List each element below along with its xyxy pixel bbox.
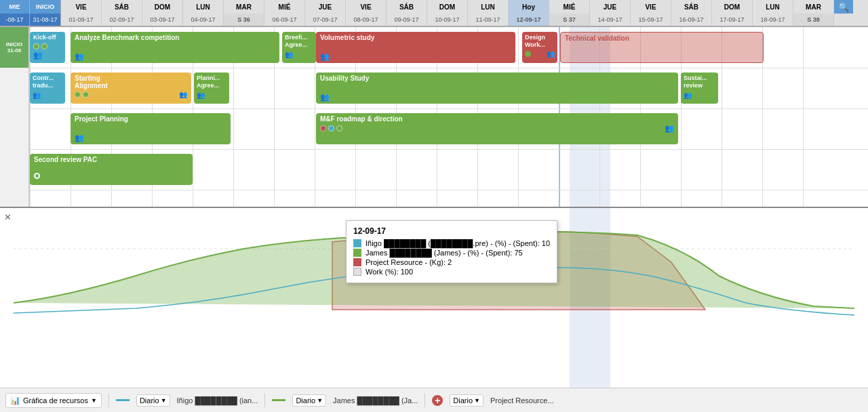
task-volumetric-label: Volumetric study xyxy=(320,34,511,41)
resource-graph-button[interactable]: 📊 Gráfica de recursos ▼ xyxy=(5,393,102,408)
tooltip-box: 12-09-17 Iñigo ████████ (████████.pre) -… xyxy=(346,220,557,283)
col-header-inicio-date: INICIO xyxy=(30,0,61,14)
tooltip-green-text: James ████████ (James) - (%) - (Spent): … xyxy=(366,249,523,257)
week-s38: S 38 xyxy=(793,14,834,26)
user2-label: James ████████ (Ja... xyxy=(333,396,418,405)
add-resource-button[interactable]: + xyxy=(432,395,443,406)
left-label-row4 xyxy=(0,190,30,207)
task-briefing-icon: 👥 xyxy=(285,50,313,58)
task-briefing[interactable]: Breefi...Agree... 👥 xyxy=(282,32,316,63)
separator1 xyxy=(108,394,109,407)
col-hoy: Hoy xyxy=(509,0,549,14)
left-label-inicio: INICIO31-08 xyxy=(0,27,30,68)
task-briefing-label: Breefi...Agree... xyxy=(285,34,313,49)
date-mie0: 06-09-17 xyxy=(264,14,305,26)
date-jue0: 07-09-17 xyxy=(305,14,346,26)
task-sustain-label: Sustai...review xyxy=(684,75,715,89)
task-planning-agree[interactable]: Planni...Agree... 👥 xyxy=(194,73,229,104)
date-lun1: 11-09-17 xyxy=(468,14,509,26)
task-volumetric-icon: 👥 xyxy=(320,41,511,61)
task-project-planning-icon: 👥 xyxy=(75,123,226,142)
diario2-dropdown-icon: ▼ xyxy=(317,397,323,404)
resource-section: ✕ 12-09-17 Iñigo ███ xyxy=(0,207,868,388)
task-analyze[interactable]: Analyze Benchmark competition 👥 xyxy=(71,32,279,63)
task-contr-icon: 👥 xyxy=(33,91,62,99)
task-design-label: DesignWork... xyxy=(525,34,555,49)
task-usability[interactable]: Usability Study 👥 xyxy=(316,73,678,104)
diario2-button[interactable]: Diario ▼ xyxy=(292,394,326,407)
diario1-dropdown-icon: ▼ xyxy=(161,397,167,404)
diario3-dropdown-icon: ▼ xyxy=(474,397,480,404)
col-sab2: SÁB xyxy=(671,0,712,14)
task-mf-roadmap[interactable]: M&F roadmap & direction 👥 xyxy=(316,113,678,144)
task-second-review-label: Second review PAC xyxy=(34,156,189,163)
diario3-button[interactable]: Diario ▼ xyxy=(450,394,484,407)
week-s36: S 36 xyxy=(224,14,264,26)
col-jue1: JUE xyxy=(590,0,631,14)
tooltip-cyan-text: Iñigo ████████ (████████.pre) - (%) - (S… xyxy=(366,239,550,247)
separator2 xyxy=(264,394,265,407)
user1-label: Iñigo ████████ (ian... xyxy=(177,396,258,405)
resource-graph-label: Gráfica de recursos xyxy=(23,396,88,405)
date-jue1: 14-09-17 xyxy=(590,14,631,26)
task-mf-roadmap-bottom: 👥 xyxy=(320,124,674,133)
tooltip-row-red: Project Resource - (Kg): 2 xyxy=(353,258,550,266)
col-sab1: SÁB xyxy=(387,0,427,14)
col-lun1: LUN xyxy=(468,0,509,14)
date-lun0: 04-09-17 xyxy=(183,14,224,26)
diario2-label: Diario xyxy=(296,396,315,405)
task-planning-agree-icon: 👥 xyxy=(197,91,226,99)
task-second-review[interactable]: Second review PAC xyxy=(30,154,193,185)
diario1-button[interactable]: Diario ▼ xyxy=(136,394,170,407)
tooltip-row-work: Work (%): 100 xyxy=(353,268,550,276)
task-project-planning-label: Project Planning xyxy=(75,115,226,123)
task-usability-icon: 👥 xyxy=(320,82,674,102)
col-vie1: VIE xyxy=(346,0,387,14)
date-dom2: 17-09-17 xyxy=(712,14,753,26)
col-dom0: DOM xyxy=(142,0,183,14)
task-kickoff-dots xyxy=(33,43,62,49)
diario3-label: Diario xyxy=(453,396,473,405)
task-tech[interactable]: Technical validation xyxy=(560,32,764,63)
cyan-line-indicator xyxy=(116,399,130,401)
date-inicio: 31-08-17 xyxy=(30,14,61,26)
task-design-bottom: 👥 xyxy=(525,50,555,58)
task-mf-roadmap-label: M&F roadmap & direction xyxy=(320,115,674,123)
date-lun2: 18-09-17 xyxy=(753,14,793,26)
col-jue0: JUE xyxy=(305,0,346,14)
task-sustain[interactable]: Sustai...review 👥 xyxy=(681,73,718,104)
col-mie0: MIÉ xyxy=(264,0,305,14)
left-label-row3 xyxy=(0,149,30,190)
col-mar0: MAR xyxy=(224,0,264,14)
date-vie0: 01-09-17 xyxy=(61,14,102,26)
diario1-label: Diario xyxy=(140,396,159,405)
week-s37: S 37 xyxy=(549,14,590,26)
date-sab1: 09-09-17 xyxy=(387,14,427,26)
tooltip-date: 12-09-17 xyxy=(353,226,550,236)
col-vie0: VIE xyxy=(61,0,102,14)
task-starting-bottom: 👥 xyxy=(75,91,187,98)
task-analyze-label: Analyze Benchmark competition xyxy=(75,34,275,41)
task-analyze-icon: 👥 xyxy=(75,41,275,61)
date-hoy: 12-09-17 xyxy=(509,14,549,26)
green-line-indicator xyxy=(272,399,285,401)
date-dom1: 10-09-17 xyxy=(427,14,468,26)
left-label-row2 xyxy=(0,108,30,149)
resource-close-button[interactable]: ✕ xyxy=(4,212,12,222)
resource-graph-dropdown-icon: ▼ xyxy=(91,397,97,404)
task-project-planning[interactable]: Project Planning 👥 xyxy=(71,113,231,144)
task-starting[interactable]: StartingAlignment 👥 xyxy=(71,73,191,104)
task-kickoff-icon: 👥 xyxy=(33,51,62,60)
search-button[interactable]: 🔍 xyxy=(834,0,853,14)
task-usability-label: Usability Study xyxy=(320,75,674,82)
task-planning-agree-label: Planni...Agree... xyxy=(197,75,226,89)
col-lun2: LUN xyxy=(753,0,793,14)
task-tech-label: Technical validation xyxy=(565,35,759,42)
col-lun0: LUN xyxy=(183,0,224,14)
task-volumetric[interactable]: Volumetric study 👥 xyxy=(316,32,515,63)
col-dom2: DOM xyxy=(712,0,753,14)
task-kickoff[interactable]: Kick-off 👥 xyxy=(30,32,65,63)
col-dom1: DOM xyxy=(427,0,468,14)
task-design[interactable]: DesignWork... 👥 xyxy=(522,32,557,63)
task-contr[interactable]: Contr...tradu... 👥 xyxy=(30,73,65,104)
